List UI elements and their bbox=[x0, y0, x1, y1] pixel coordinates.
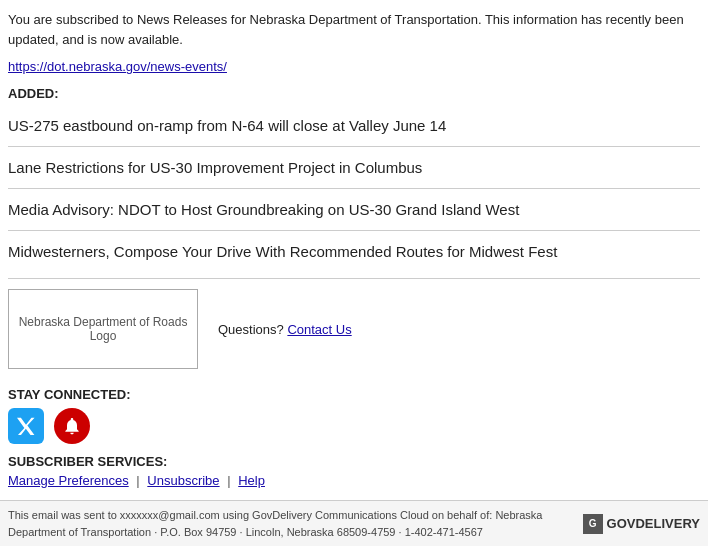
govdelivery-label: GOVDELIVERY bbox=[607, 516, 700, 531]
ndor-logo: Nebraska Department of Roads Logo bbox=[8, 289, 198, 369]
divider-3 bbox=[8, 230, 700, 231]
govdelivery-logo: G GOVDELIVERY bbox=[583, 514, 700, 534]
news-item-3: Media Advisory: NDOT to Host Groundbreak… bbox=[8, 193, 700, 226]
help-link[interactable]: Help bbox=[238, 473, 265, 488]
stay-connected-label: STAY CONNECTED: bbox=[8, 387, 700, 402]
social-section: STAY CONNECTED: SUBSCRIBER SERVICES: Man… bbox=[8, 379, 700, 492]
unsubscribe-link[interactable]: Unsubscribe bbox=[147, 473, 219, 488]
news-item-4: Midwesterners, Compose Your Drive With R… bbox=[8, 235, 700, 268]
subscriber-services-label: SUBSCRIBER SERVICES: bbox=[8, 454, 700, 469]
footer: This email was sent to xxxxxxx@gmail.com… bbox=[0, 500, 708, 546]
logo-alt-text: Nebraska Department of Roads Logo bbox=[15, 315, 191, 343]
govdelivery-icon: G bbox=[583, 514, 603, 534]
news-item-1: US-275 eastbound on-ramp from N-64 will … bbox=[8, 109, 700, 142]
news-events-link[interactable]: https://dot.nebraska.gov/news-events/ bbox=[8, 59, 700, 74]
divider-2 bbox=[8, 188, 700, 189]
social-icons bbox=[8, 408, 700, 444]
questions-label: Questions? bbox=[218, 322, 284, 337]
main-content: You are subscribed to News Releases for … bbox=[0, 0, 708, 500]
logo-contact-row: Nebraska Department of Roads Logo Questi… bbox=[8, 278, 700, 379]
separator-1: | bbox=[136, 473, 139, 488]
footer-text: This email was sent to xxxxxxx@gmail.com… bbox=[8, 507, 567, 540]
manage-preferences-link[interactable]: Manage Preferences bbox=[8, 473, 129, 488]
news-item-2: Lane Restrictions for US-30 Improvement … bbox=[8, 151, 700, 184]
contact-area: Questions? Contact Us bbox=[218, 322, 352, 337]
subscriber-links: Manage Preferences | Unsubscribe | Help bbox=[8, 473, 700, 488]
intro-text: You are subscribed to News Releases for … bbox=[8, 10, 700, 49]
divider-1 bbox=[8, 146, 700, 147]
separator-2: | bbox=[227, 473, 230, 488]
news-items-list: US-275 eastbound on-ramp from N-64 will … bbox=[8, 109, 700, 268]
contact-us-link[interactable]: Contact Us bbox=[287, 322, 351, 337]
added-label: ADDED: bbox=[8, 86, 700, 101]
notification-bell-icon[interactable] bbox=[54, 408, 90, 444]
twitter-icon[interactable] bbox=[8, 408, 44, 444]
